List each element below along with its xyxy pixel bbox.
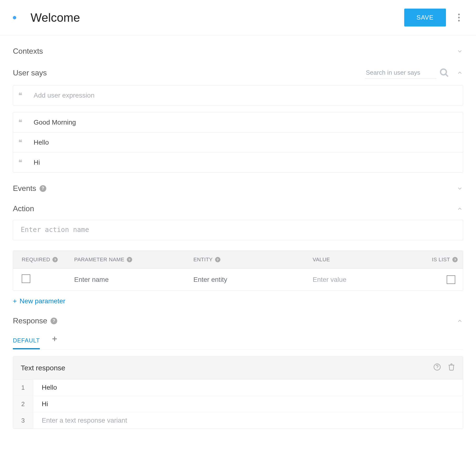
user-says-section: User says ❝ ❝ Good Morning [13,67,463,173]
add-expression-row[interactable]: ❝ [13,85,463,105]
help-icon[interactable]: ? [50,318,57,324]
search-input[interactable] [365,67,436,79]
quote-icon: ❝ [18,91,26,100]
add-tab-button[interactable] [51,336,58,347]
events-section: Events ? [13,184,463,193]
value-input[interactable]: Enter value [313,276,432,283]
quote-icon: ❝ [18,158,26,167]
parameter-table: REQUIRED? PARAMETER NAME? ENTITY? VALUE … [13,251,463,291]
chevron-down-icon[interactable] [457,185,463,192]
parameter-table-header: REQUIRED? PARAMETER NAME? ENTITY? VALUE … [13,251,463,269]
quote-icon: ❝ [18,118,26,126]
text-response-card: Text response 1 Hello 2 Hi [13,356,463,429]
new-parameter-label: New parameter [19,297,65,305]
help-icon[interactable]: ? [52,257,58,262]
user-expression-item[interactable]: ❝ Good Morning [13,113,463,132]
col-entity: ENTITY [193,257,213,263]
col-parameter-name: PARAMETER NAME [74,257,124,263]
required-checkbox[interactable] [22,274,30,283]
events-title: Events [13,184,36,193]
response-row-placeholder[interactable]: Enter a text response variant [33,412,463,429]
svg-point-0 [440,69,446,75]
page-title: Welcome [31,11,404,25]
page-header: Welcome SAVE [0,0,476,35]
response-row-number: 2 [13,396,33,412]
response-variant-row[interactable]: 1 Hello [13,379,463,396]
col-value: VALUE [313,257,330,263]
user-expression-item[interactable]: ❝ Hi [13,152,463,172]
response-section: Response ? DEFAULT Text response [13,316,463,429]
text-response-title: Text response [21,364,65,372]
user-expression-text: Hi [34,159,40,166]
user-says-title: User says [13,69,47,77]
action-title: Action [13,204,34,213]
chevron-up-icon[interactable] [457,318,463,324]
entity-input[interactable]: Enter entity [193,276,313,283]
add-expression-box: ❝ [13,85,463,106]
help-outline-icon[interactable] [433,363,441,372]
help-icon[interactable]: ? [40,185,46,192]
action-name-input[interactable] [13,220,463,240]
response-row-number: 1 [13,379,33,396]
response-variant-row[interactable]: 2 Hi [13,396,463,412]
search-icon [439,68,449,78]
is-list-checkbox[interactable] [447,275,455,284]
intent-status-dot [13,16,16,19]
tab-default[interactable]: DEFAULT [13,333,40,349]
user-expression-text: Hello [34,139,49,146]
action-section: Action REQUIRED? PARAMETER NAME? ENTITY?… [13,204,463,305]
response-row-text[interactable]: Hello [33,379,463,396]
user-expression-list: ❝ Good Morning ❝ Hello ❝ Hi [13,112,463,173]
response-variant-row[interactable]: 3 Enter a text response variant [13,412,463,429]
response-row-number: 3 [13,412,33,429]
svg-line-1 [445,74,448,77]
chevron-up-icon[interactable] [457,69,463,76]
save-button[interactable]: SAVE [404,9,446,26]
help-icon[interactable]: ? [127,257,132,262]
contexts-section: Contexts [13,47,463,56]
response-tabs: DEFAULT [13,333,463,350]
parameter-name-input[interactable]: Enter name [74,276,193,283]
response-row-text[interactable]: Hi [33,396,463,412]
more-menu-button[interactable] [455,14,463,21]
user-expression-item[interactable]: ❝ Hello [13,132,463,152]
new-parameter-button[interactable]: + New parameter [13,297,65,305]
plus-icon: + [13,297,17,305]
chevron-up-icon[interactable] [457,206,463,212]
help-icon[interactable]: ? [452,257,458,262]
add-expression-input[interactable] [34,92,458,99]
quote-icon: ❝ [18,138,26,146]
chevron-down-icon[interactable] [457,48,463,55]
response-title: Response [13,316,47,325]
contexts-title: Contexts [13,47,43,56]
user-says-search [365,67,449,79]
trash-icon[interactable] [448,363,455,372]
col-required: REQUIRED [22,257,50,263]
parameter-row: Enter name Enter entity Enter value [13,269,463,290]
user-expression-text: Good Morning [34,119,76,126]
help-icon[interactable]: ? [215,257,220,262]
col-is-list: IS LIST [432,257,450,263]
